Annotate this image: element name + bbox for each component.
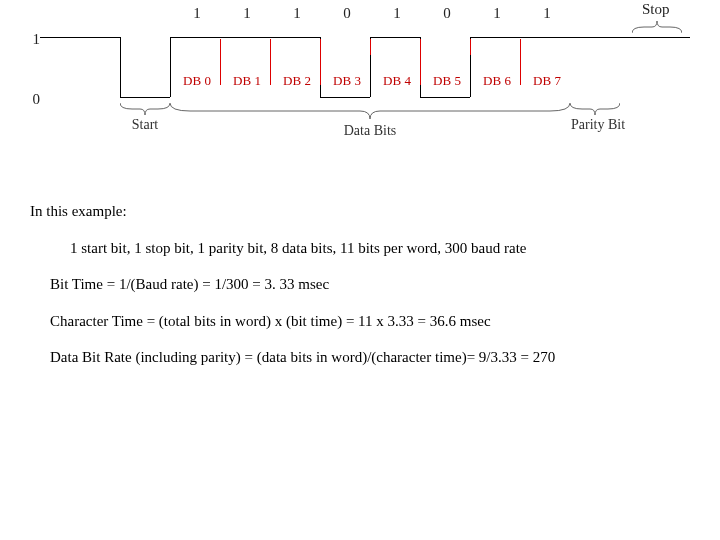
bit-value: 0 xyxy=(322,5,372,22)
db-label: DB 1 xyxy=(222,73,272,89)
db-label: DB 4 xyxy=(372,73,422,89)
db-label: DB 0 xyxy=(172,73,222,89)
brace-parity xyxy=(570,103,620,117)
char-time-line: Character Time = (total bits in word) x … xyxy=(50,310,690,333)
uart-waveform-diagram: 1 0 1 1 1 0 1 0 1 1 Stop xyxy=(20,5,700,185)
explanation-text: In this example: 1 start bit, 1 stop bit… xyxy=(30,200,690,383)
brace-data xyxy=(170,103,570,123)
bit-value: 1 xyxy=(222,5,272,22)
db-label: DB 6 xyxy=(472,73,522,89)
bit-value: 1 xyxy=(172,5,222,22)
intro-line: In this example: xyxy=(30,200,690,223)
bit-value: 1 xyxy=(522,5,572,22)
db-label: DB 5 xyxy=(422,73,472,89)
bit-time-line: Bit Time = 1/(Baud rate) = 1/300 = 3. 33… xyxy=(50,273,690,296)
bit-value: 1 xyxy=(272,5,322,22)
db-label: DB 7 xyxy=(522,73,572,89)
brace-data-label: Data Bits xyxy=(170,123,570,139)
db-label: DB 2 xyxy=(272,73,322,89)
bit-value: 0 xyxy=(422,5,472,22)
brace-parity-label: Parity Bit xyxy=(558,117,638,133)
brace-start-label: Start xyxy=(120,117,170,133)
bit-value: 1 xyxy=(372,5,422,22)
stop-label: Stop xyxy=(642,1,670,18)
y-axis-high: 1 xyxy=(20,31,40,48)
db-label: DB 3 xyxy=(322,73,372,89)
brace-start xyxy=(120,103,170,117)
brace-stop xyxy=(632,19,682,33)
bit-value: 1 xyxy=(472,5,522,22)
params-line: 1 start bit, 1 stop bit, 1 parity bit, 8… xyxy=(70,237,690,260)
y-axis-low: 0 xyxy=(20,91,40,108)
data-rate-line: Data Bit Rate (including parity) = (data… xyxy=(50,346,690,369)
